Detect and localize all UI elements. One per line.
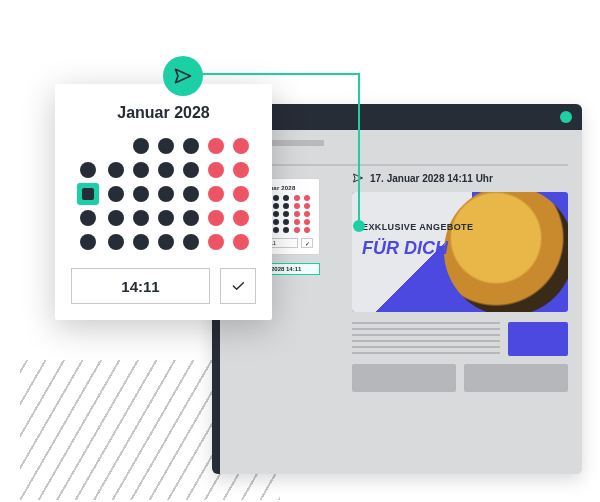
calendar-day: [108, 138, 124, 154]
send-badge[interactable]: [163, 56, 203, 96]
time-input[interactable]: 14:11: [71, 268, 210, 304]
calendar-grid[interactable]: [71, 138, 256, 250]
send-icon: [173, 66, 193, 86]
calendar-day[interactable]: [233, 162, 249, 178]
calendar-day[interactable]: [108, 186, 124, 202]
calendar-day[interactable]: [208, 210, 224, 226]
preview-date-text: 17. Januar 2028 14:11 Uhr: [370, 173, 493, 184]
connector-line: [358, 73, 360, 225]
calendar-day[interactable]: [294, 219, 300, 225]
calendar-day[interactable]: [294, 195, 300, 201]
connector-line: [183, 73, 359, 75]
calendar-day[interactable]: [80, 234, 96, 250]
calendar-day[interactable]: [108, 210, 124, 226]
calendar-day[interactable]: [273, 195, 279, 201]
confirm-button[interactable]: [220, 268, 256, 304]
calendar-title: Januar 2028: [71, 104, 256, 122]
calendar-day[interactable]: [208, 234, 224, 250]
calendar-day[interactable]: [133, 138, 149, 154]
calendar-day[interactable]: [208, 162, 224, 178]
preview-section: [464, 364, 568, 392]
calendar-day[interactable]: [294, 211, 300, 217]
calendar-day[interactable]: [283, 219, 289, 225]
calendar-day[interactable]: [108, 234, 124, 250]
hero-image: [444, 192, 568, 312]
mini-confirm-button[interactable]: ✓: [301, 238, 313, 248]
calendar-day[interactable]: [183, 162, 199, 178]
calendar-day[interactable]: [283, 211, 289, 217]
calendar-day-selected[interactable]: [77, 183, 99, 205]
calendar-day[interactable]: [273, 203, 279, 209]
calendar-day[interactable]: [283, 227, 289, 233]
calendar-day[interactable]: [80, 210, 96, 226]
hero-headline: FÜR DICH: [362, 238, 448, 259]
calendar-day[interactable]: [183, 186, 199, 202]
connector-dot: [353, 220, 365, 232]
calendar-day[interactable]: [273, 211, 279, 217]
calendar-day[interactable]: [108, 162, 124, 178]
calendar-day[interactable]: [183, 210, 199, 226]
divider: [234, 164, 568, 166]
calendar-day[interactable]: [233, 138, 249, 154]
calendar-day[interactable]: [294, 227, 300, 233]
calendar-day[interactable]: [283, 203, 289, 209]
schedule-calendar: Januar 2028 14:11: [55, 84, 272, 320]
calendar-day[interactable]: [158, 210, 174, 226]
calendar-day[interactable]: [133, 162, 149, 178]
calendar-day[interactable]: [183, 138, 199, 154]
preview-section: [352, 364, 456, 392]
calendar-day[interactable]: [273, 219, 279, 225]
calendar-day[interactable]: [183, 234, 199, 250]
calendar-day[interactable]: [283, 195, 289, 201]
calendar-day[interactable]: [304, 195, 310, 201]
calendar-day[interactable]: [158, 234, 174, 250]
calendar-day[interactable]: [294, 203, 300, 209]
email-hero[interactable]: EXKLUSIVE ANGEBOTE FÜR DICH: [352, 192, 568, 312]
preview-text-lines: [352, 322, 500, 356]
calendar-day[interactable]: [304, 211, 310, 217]
calendar-day[interactable]: [233, 186, 249, 202]
calendar-day[interactable]: [208, 138, 224, 154]
calendar-day[interactable]: [158, 138, 174, 154]
calendar-day[interactable]: [208, 186, 224, 202]
calendar-day[interactable]: [273, 227, 279, 233]
hero-subhead: EXKLUSIVE ANGEBOTE: [362, 222, 473, 232]
calendar-day[interactable]: [233, 210, 249, 226]
calendar-day[interactable]: [304, 227, 310, 233]
calendar-day[interactable]: [233, 234, 249, 250]
calendar-day[interactable]: [304, 203, 310, 209]
calendar-day[interactable]: [133, 186, 149, 202]
preview-cta-block[interactable]: [508, 322, 568, 356]
calendar-day: [80, 138, 96, 154]
check-icon: [230, 278, 246, 294]
calendar-day[interactable]: [80, 162, 96, 178]
preview-schedule-line: 17. Januar 2028 14:11 Uhr: [352, 174, 568, 182]
calendar-day[interactable]: [133, 234, 149, 250]
calendar-day[interactable]: [158, 162, 174, 178]
calendar-day[interactable]: [133, 210, 149, 226]
avatar[interactable]: [560, 111, 572, 123]
calendar-day[interactable]: [304, 219, 310, 225]
calendar-day[interactable]: [158, 186, 174, 202]
